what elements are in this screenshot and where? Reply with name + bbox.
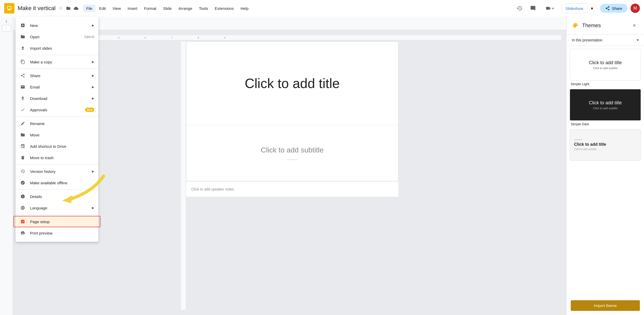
- cloud-icon[interactable]: [73, 5, 79, 11]
- theme-simple-dark-thumb: Click to add title Click to add subtitle: [570, 89, 641, 121]
- theme-simple-dark-preview: Click to add title Click to add subtitle: [570, 89, 641, 120]
- speaker-notes[interactable]: Click to add speaker notes: [186, 181, 398, 197]
- open-icon: [20, 34, 26, 40]
- canvas-with-ruler: Click to add title Click to add subtitle…: [181, 41, 398, 310]
- version-history-label: Version history: [30, 169, 90, 174]
- ruler-row: 2 3 4 5 6 7 8 9: [18, 35, 561, 40]
- details-label: Details: [30, 194, 94, 199]
- menu-item-print-preview[interactable]: Print preview: [16, 227, 98, 239]
- theme-light-title: Click to add title: [589, 60, 622, 65]
- menu-view[interactable]: View: [109, 5, 124, 12]
- menu-item-open[interactable]: Open Ctrl+O: [16, 31, 98, 42]
- slides-panel: 1 A: [0, 17, 13, 315]
- move-trash-label: Move to trash: [30, 156, 94, 160]
- menu-insert[interactable]: Insert: [125, 5, 141, 12]
- import-slides-label: Import slides: [30, 46, 94, 50]
- slide[interactable]: Click to add title Click to add subtitle: [186, 41, 398, 181]
- import-slides-icon: [20, 45, 26, 51]
- themes-dropdown-label: In this presentation: [572, 38, 637, 42]
- menu-item-approvals[interactable]: Approvals New: [16, 104, 98, 115]
- email-label: Email: [30, 85, 90, 89]
- version-history-arrow: ▶: [92, 170, 94, 173]
- slide-thumbnail[interactable]: A: [2, 25, 11, 32]
- themes-dropdown[interactable]: In this presentation ▾: [567, 34, 644, 46]
- new-icon: [20, 22, 26, 28]
- slide-number: 1: [5, 20, 7, 23]
- menu-item-move-trash[interactable]: Move to trash: [16, 152, 98, 163]
- slide-title[interactable]: Click to add title: [245, 76, 340, 91]
- version-history-button[interactable]: [514, 3, 525, 13]
- comments-button[interactable]: [528, 3, 538, 13]
- language-label: Language: [30, 206, 90, 210]
- rename-label: Rename: [30, 121, 94, 126]
- move-icon: [20, 132, 26, 138]
- slide-container: Click to add title Click to add subtitle…: [186, 41, 398, 310]
- language-icon: [20, 205, 26, 211]
- offline-label: Make available offline: [30, 181, 94, 185]
- menu-help[interactable]: Help: [237, 5, 252, 12]
- menu-item-import-slides[interactable]: Import slides: [16, 42, 98, 54]
- ruler-num-5: 5: [118, 36, 119, 39]
- theme-light-subtitle: Click to add subtitle: [593, 67, 618, 70]
- page-setup-icon: [20, 218, 26, 225]
- menu-section-7: Page setup Print preview: [16, 215, 98, 240]
- menu-item-language[interactable]: Language ▶: [16, 202, 98, 214]
- slideshow-dropdown[interactable]: ▾: [587, 4, 597, 13]
- theme-simple-light-preview: Click to add title Click to add subtitle: [570, 49, 641, 80]
- menu-item-page-setup[interactable]: Page setup: [16, 216, 98, 227]
- menu-item-move[interactable]: Move: [16, 129, 98, 141]
- menu-item-add-shortcut[interactable]: Add shortcut to Drive: [16, 141, 98, 152]
- speaker-notes-text: Click to add speaker notes: [191, 187, 234, 191]
- slide-subtitle[interactable]: Click to add subtitle: [261, 146, 324, 154]
- menu-item-download[interactable]: Download ▶: [16, 93, 98, 104]
- theme-simple-light-thumb: Click to add title Click to add subtitle: [570, 49, 641, 80]
- theme-simple-light-name: Simple Light: [570, 82, 641, 86]
- theme-dark-title: Click to add title: [589, 100, 622, 106]
- star-icon[interactable]: ☆: [58, 5, 63, 11]
- menu-item-email[interactable]: Email ▶: [16, 81, 98, 93]
- themes-title: Themes: [582, 23, 630, 28]
- app-icon[interactable]: [4, 3, 14, 13]
- menu-item-new[interactable]: New ▶: [16, 20, 98, 31]
- slide-subtitle-area[interactable]: Click to add subtitle: [186, 125, 398, 181]
- theme-simple-dark[interactable]: Click to add title Click to add subtitle…: [570, 89, 641, 126]
- download-arrow: ▶: [92, 97, 94, 100]
- menu-arrange[interactable]: Arrange: [175, 5, 195, 12]
- document-title[interactable]: Make it vertical: [18, 5, 56, 12]
- theme-streamline-preview: Click to add title Click to add subtitle: [570, 129, 641, 160]
- menu-tools[interactable]: Tools: [196, 5, 211, 12]
- download-label: Download: [30, 96, 90, 101]
- themes-dropdown-arrow: ▾: [637, 38, 639, 42]
- themes-list: Click to add title Click to add subtitle…: [567, 46, 644, 296]
- new-arrow: ▶: [92, 24, 94, 27]
- menu-slide[interactable]: Slide: [160, 5, 175, 12]
- page-setup-label: Page setup: [30, 219, 94, 224]
- menu-extensions[interactable]: Extensions: [212, 5, 237, 12]
- menu-item-share[interactable]: Share ▶: [16, 70, 98, 81]
- menu-item-make-copy[interactable]: Make a copy ▶: [16, 56, 98, 68]
- make-copy-icon: [20, 59, 26, 65]
- download-icon: [20, 95, 26, 101]
- menu-bar: File Edit View Insert Format Slide Arran…: [83, 5, 252, 12]
- slideshow-button[interactable]: Slideshow: [561, 4, 587, 13]
- open-shortcut: Ctrl+O: [84, 35, 94, 39]
- menu-format[interactable]: Format: [141, 5, 160, 12]
- menu-file[interactable]: File: [83, 5, 96, 12]
- slide-title-area[interactable]: Click to add title: [186, 42, 398, 125]
- themes-close-button[interactable]: ✕: [630, 21, 639, 30]
- rename-icon: [20, 120, 26, 127]
- user-avatar[interactable]: M: [631, 4, 640, 13]
- folder-icon[interactable]: [65, 5, 71, 11]
- menu-item-offline[interactable]: Make available offline: [16, 177, 98, 188]
- theme-streamline[interactable]: Click to add title Click to add subtitle: [570, 129, 641, 161]
- import-theme-button[interactable]: Import theme: [571, 300, 640, 311]
- menu-item-rename[interactable]: Rename: [16, 118, 98, 129]
- theme-streamline-subtitle: Click to add subtitle: [574, 148, 597, 151]
- approvals-label: Approvals: [30, 108, 83, 112]
- menu-edit[interactable]: Edit: [96, 5, 109, 12]
- meet-button[interactable]: ▾: [541, 3, 558, 13]
- theme-simple-light[interactable]: Click to add title Click to add subtitle…: [570, 49, 641, 86]
- menu-item-version-history[interactable]: Version history ▶: [16, 166, 98, 177]
- menu-item-details[interactable]: Details: [16, 191, 98, 202]
- share-button[interactable]: Share: [600, 4, 627, 13]
